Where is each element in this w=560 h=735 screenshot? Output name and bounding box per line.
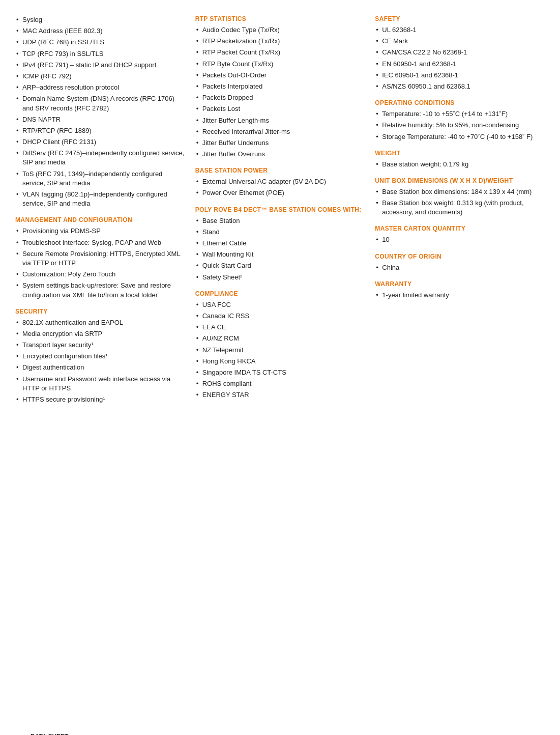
- list-1: Audio Codec Type (Tx/Rx)RTP Packetizatio…: [195, 25, 365, 159]
- section-heading-10: COUNTRY OF ORIGIN: [375, 253, 545, 260]
- page-wrapper: SyslogMAC Address (IEEE 802.3)UDP (RFC 7…: [15, 15, 545, 735]
- list-item: DNS NAPTR: [15, 115, 185, 124]
- section-heading-1: MANAGEMENT AND CONFIGURATION: [15, 216, 185, 223]
- list-item: Singapore IMDA TS CT-CTS: [195, 368, 365, 377]
- section-heading-4: POLY ROVE B4 DECT™ BASE STATION COMES WI…: [195, 206, 365, 213]
- list-item: Customization: Poly Zero Touch: [15, 270, 185, 279]
- list-item: IEC 60950-1 and 62368-1: [375, 71, 545, 80]
- list-item: Transport layer security¹: [15, 341, 185, 350]
- list-3: Temperature: -10 to +55˚C (+14 to +131˚F…: [375, 109, 545, 142]
- list-item: AU/NZ RCM: [195, 334, 365, 343]
- list-2: Provisioning via PDMS-SPTroubleshoot int…: [15, 227, 185, 299]
- list-7: Base Station box dimensions: 184 x 139 x…: [375, 187, 545, 217]
- list-item: TCP (RFC 793) in SSL/TLS: [15, 49, 185, 59]
- list-3: External Universal AC adapter (5V 2A DC)…: [195, 177, 365, 197]
- list-item: RTP Packetization (Tx/Rx): [195, 37, 365, 46]
- section-heading-12: WARRANTY: [375, 280, 545, 288]
- list-item: MAC Address (IEEE 802.3): [15, 26, 185, 36]
- list-item: 10: [375, 235, 545, 244]
- list-item: DiffServ (RFC 2475)–independently config…: [15, 149, 185, 167]
- column-3: SAFETYUL 62368-1CE MarkCAN/CSA C22.2 No …: [375, 15, 545, 407]
- list-item: USA FCC: [195, 300, 365, 309]
- list-item: Jitter Buffer Overruns: [195, 150, 365, 159]
- list-item: Storage Temperature: -40 to +70˚C (-40 t…: [375, 132, 545, 142]
- section-heading-0: RTP STATISTICS: [195, 15, 365, 22]
- list-item: DHCP Client (RFC 2131): [15, 137, 185, 147]
- list-9: 10: [375, 235, 545, 244]
- list-item: AS/NZS 60950.1 and 62368.1: [375, 82, 545, 91]
- list-item: Encrypted configuration files¹: [15, 352, 185, 361]
- list-item: Base Station box weight: 0.313 kg (with …: [375, 199, 545, 217]
- list-item: Jitter Buffer Length-ms: [195, 116, 365, 125]
- list-7: USA FCCCanada IC RSSEEA CEAU/NZ RCMNZ Te…: [195, 300, 365, 400]
- list-item: UDP (RFC 768) in SSL/TLS: [15, 38, 185, 47]
- list-item: UL 62368-1: [375, 25, 545, 35]
- list-item: ICMP (RFC 792): [15, 72, 185, 81]
- list-item: System settings back-up/restore: Save an…: [15, 281, 185, 299]
- section-heading-2: OPERATING CONDITIONS: [375, 99, 545, 106]
- list-item: Power Over Ethernet (POE): [195, 188, 365, 197]
- section-heading-0: SAFETY: [375, 15, 545, 22]
- list-item: Ethernet Cable: [195, 239, 365, 248]
- list-item: Audio Codec Type (Tx/Rx): [195, 25, 365, 35]
- list-item: Username and Password web interface acce…: [15, 375, 185, 393]
- list-item: Provisioning via PDMS-SP: [15, 227, 185, 236]
- list-item: Packets Dropped: [195, 93, 365, 102]
- list-item: Base station weight: 0.179 kg: [375, 160, 545, 169]
- list-item: Domain Name System (DNS) A records (RFC …: [15, 94, 185, 112]
- list-item: Relative humidity: 5% to 95%, non-conden…: [375, 121, 545, 130]
- section-heading-3: SECURITY: [15, 308, 185, 315]
- list-item: CAN/CSA C22.2 No 62368-1: [375, 48, 545, 57]
- list-4: 802.1X authentication and EAPOLMedia enc…: [15, 318, 185, 405]
- list-item: Hong Kong HKCA: [195, 357, 365, 366]
- section-heading-6: UNIT BOX DIMENSIONS (W X H X D)/WEIGHT: [375, 177, 545, 184]
- list-13: 1-year limited warranty: [375, 291, 545, 300]
- list-item: EEA CE: [195, 323, 365, 332]
- list-item: EN 60950-1 and 62368-1: [375, 60, 545, 69]
- list-0: SyslogMAC Address (IEEE 802.3)UDP (RFC 7…: [15, 15, 185, 208]
- list-item: ROHS compliant: [195, 379, 365, 388]
- list-item: Digest authentication: [15, 363, 185, 372]
- list-item: Canada IC RSS: [195, 312, 365, 321]
- list-item: RTP Packet Count (Tx/Rx): [195, 48, 365, 57]
- column-2: RTP STATISTICSAudio Codec Type (Tx/Rx)RT…: [195, 15, 365, 407]
- list-item: Secure Remote Provisioning: HTTPS, Encry…: [15, 249, 185, 268]
- list-item: Packets Out-Of-Order: [195, 71, 365, 80]
- list-item: Base Station: [195, 216, 365, 225]
- page-layout: SyslogMAC Address (IEEE 802.3)UDP (RFC 7…: [15, 15, 545, 407]
- section-heading-2: BASE STATION POWER: [195, 167, 365, 174]
- list-item: Packets Interpolated: [195, 82, 365, 91]
- section-heading-6: COMPLIANCE: [195, 290, 365, 297]
- column-1: SyslogMAC Address (IEEE 802.3)UDP (RFC 7…: [15, 15, 185, 407]
- list-item: Troubleshoot interface: Syslog, PCAP and…: [15, 238, 185, 247]
- list-item: Syslog: [15, 15, 185, 24]
- list-item: Safety Sheet²: [195, 273, 365, 282]
- list-item: NZ Telepermit: [195, 346, 365, 355]
- list-item: ToS (RFC 791, 1349)–independently config…: [15, 169, 185, 188]
- list-item: Base Station box dimensions: 184 x 139 x…: [375, 187, 545, 196]
- list-item: VLAN tagging (802.1p)–independently conf…: [15, 190, 185, 208]
- section-heading-4: WEIGHT: [375, 150, 545, 157]
- list-item: Wall Mounting Kit: [195, 250, 365, 259]
- list-item: Temperature: -10 to +55˚C (+14 to +131˚F…: [375, 109, 545, 119]
- list-5: Base StationStandEthernet CableWall Moun…: [195, 216, 365, 282]
- list-item: ENERGY STAR: [195, 390, 365, 400]
- list-item: Media encryption via SRTP: [15, 329, 185, 338]
- list-item: External Universal AC adapter (5V 2A DC): [195, 177, 365, 186]
- list-item: Jitter Buffer Underruns: [195, 138, 365, 148]
- list-1: UL 62368-1CE MarkCAN/CSA C22.2 No 62368-…: [375, 25, 545, 91]
- list-item: ARP–address resolution protocol: [15, 83, 185, 92]
- list-item: 802.1X authentication and EAPOL: [15, 318, 185, 327]
- list-item: CE Mark: [375, 37, 545, 46]
- list-item: IPv4 (RFC 791) – static IP and DHCP supp…: [15, 61, 185, 70]
- list-item: Received Interarrival Jitter-ms: [195, 127, 365, 136]
- list-5: Base station weight: 0.179 kg: [375, 160, 545, 169]
- list-item: RTP Byte Count (Tx/Rx): [195, 60, 365, 69]
- section-heading-8: MASTER CARTON QUANTITY: [375, 225, 545, 232]
- footer-label: DATA SHEET: [31, 733, 68, 735]
- list-item: Quick Start Card: [195, 261, 365, 270]
- list-item: China: [375, 263, 545, 272]
- list-item: RTP/RTCP (RFC 1889): [15, 126, 185, 135]
- list-item: Packets Lost: [195, 104, 365, 114]
- list-item: 1-year limited warranty: [375, 291, 545, 300]
